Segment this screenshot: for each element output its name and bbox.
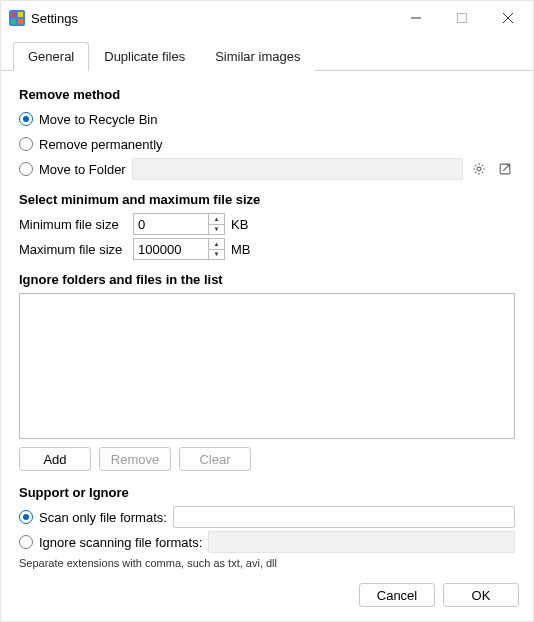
maximize-button — [439, 3, 485, 33]
tab-general[interactable]: General — [13, 42, 89, 71]
app-icon — [9, 10, 25, 26]
svg-rect-1 — [11, 12, 16, 17]
chevron-down-icon[interactable]: ▼ — [209, 225, 224, 235]
min-size-unit: KB — [231, 217, 248, 232]
ignore-formats-input[interactable] — [208, 531, 515, 553]
min-size-value: 0 — [134, 217, 208, 232]
radio-ignore-formats[interactable] — [19, 535, 33, 549]
chevron-down-icon[interactable]: ▼ — [209, 250, 224, 260]
tab-content-general: Remove method Move to Recycle Bin Remove… — [1, 71, 533, 573]
max-size-unit: MB — [231, 242, 251, 257]
max-size-label: Maximum file size — [19, 242, 127, 257]
radio-remove-permanently[interactable] — [19, 137, 33, 151]
scan-only-formats-input[interactable] — [173, 506, 515, 528]
max-size-value: 100000 — [134, 242, 208, 257]
ok-button[interactable]: OK — [443, 583, 519, 607]
ignore-formats-label: Ignore scanning file formats: — [39, 535, 202, 550]
chevron-up-icon[interactable]: ▲ — [209, 214, 224, 225]
remove-method-title: Remove method — [19, 87, 515, 102]
move-to-folder-path-input[interactable] — [132, 158, 463, 180]
minimize-button[interactable] — [393, 3, 439, 33]
extensions-hint: Separate extensions with comma, such as … — [19, 557, 515, 569]
radio-scan-only-formats[interactable] — [19, 510, 33, 524]
min-size-spinner[interactable]: ▲▼ — [208, 214, 224, 234]
remove-button[interactable]: Remove — [99, 447, 171, 471]
radio-move-to-recycle-bin[interactable] — [19, 112, 33, 126]
max-size-input[interactable]: 100000 ▲▼ — [133, 238, 225, 260]
max-size-spinner[interactable]: ▲▼ — [208, 239, 224, 259]
clear-button[interactable]: Clear — [179, 447, 251, 471]
svg-rect-2 — [18, 12, 23, 17]
radio-move-to-folder[interactable] — [19, 162, 33, 176]
ignore-list-title: Ignore folders and files in the list — [19, 272, 515, 287]
svg-rect-4 — [18, 19, 23, 24]
gear-icon[interactable] — [469, 159, 489, 179]
min-size-input[interactable]: 0 ▲▼ — [133, 213, 225, 235]
dialog-footer: Cancel OK — [1, 573, 533, 621]
svg-rect-6 — [458, 14, 467, 23]
chevron-up-icon[interactable]: ▲ — [209, 239, 224, 250]
radio-label-recycle: Move to Recycle Bin — [39, 112, 158, 127]
close-button[interactable] — [485, 3, 531, 33]
titlebar: Settings — [1, 1, 533, 35]
cancel-button[interactable]: Cancel — [359, 583, 435, 607]
file-size-title: Select minimum and maximum file size — [19, 192, 515, 207]
open-external-icon[interactable] — [495, 159, 515, 179]
window-title: Settings — [31, 11, 78, 26]
tab-duplicate-files[interactable]: Duplicate files — [89, 42, 200, 71]
radio-label-permanent: Remove permanently — [39, 137, 163, 152]
scan-only-label: Scan only file formats: — [39, 510, 167, 525]
min-size-label: Minimum file size — [19, 217, 127, 232]
add-button[interactable]: Add — [19, 447, 91, 471]
tab-similar-images[interactable]: Similar images — [200, 42, 315, 71]
ignore-list-box[interactable] — [19, 293, 515, 439]
radio-label-folder: Move to Folder — [39, 162, 126, 177]
svg-point-9 — [477, 167, 481, 171]
support-ignore-title: Support or Ignore — [19, 485, 515, 500]
tab-bar: General Duplicate files Similar images — [1, 35, 533, 71]
settings-window: Settings General Duplicate files Similar… — [0, 0, 534, 622]
svg-rect-3 — [11, 19, 16, 24]
